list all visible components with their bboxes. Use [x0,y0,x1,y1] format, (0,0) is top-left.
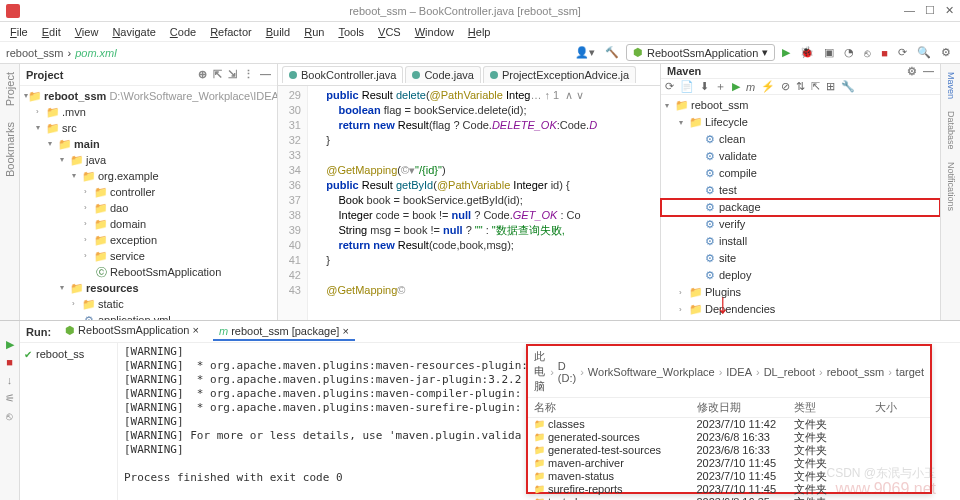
maven-item-clean[interactable]: ⚙clean [661,131,940,148]
explorer-crumb[interactable]: DL_reboot [764,366,815,378]
collapse-icon[interactable]: ⇲ [228,68,237,81]
add-icon[interactable]: ＋ [715,79,726,94]
breadcrumb-project[interactable]: reboot_ssm [6,47,63,59]
play-icon[interactable]: ▶ [732,80,740,93]
tree-item[interactable]: ›📁dao [20,200,277,216]
tree-item[interactable]: ›📁service [20,248,277,264]
reload-icon[interactable]: ⟳ [665,80,674,93]
toggle-m-icon[interactable]: m [746,81,755,93]
stop-icon[interactable]: ■ [878,47,891,59]
menu-edit[interactable]: Edit [36,24,67,40]
explorer-row[interactable]: 📁surefire-reports2023/7/10 11:45文件夹 [534,483,924,496]
hide-icon[interactable]: ― [260,68,271,81]
search-icon[interactable]: 🔍 [914,46,934,59]
maven-item-plugins[interactable]: ›📁Plugins [661,284,940,301]
collapse-all-icon[interactable]: ⇱ [811,80,820,93]
explorer-crumb[interactable]: reboot_ssm [827,366,884,378]
debug-icon[interactable]: 🐞 [797,46,817,59]
explorer-row[interactable]: 📁classes2023/7/10 11:42文件夹 [534,418,924,431]
attach-icon[interactable]: ⎋ [861,47,874,59]
menu-run[interactable]: Run [298,24,330,40]
menu-navigate[interactable]: Navigate [106,24,161,40]
explorer-row[interactable]: 📁maven-status2023/7/10 11:45文件夹 [534,470,924,483]
tree-item[interactable]: ▾📁src [20,120,277,136]
close-icon[interactable]: ✕ [945,4,954,17]
explorer-row[interactable]: 📁maven-archiver2023/7/10 11:45文件夹 [534,457,924,470]
maven-item-compile[interactable]: ⚙compile [661,165,940,182]
gear-icon[interactable]: ⚙ [907,65,917,78]
download-icon[interactable]: ⬇ [700,80,709,93]
tree-item[interactable]: ▾📁resources [20,280,277,296]
project-tree[interactable]: ▾📁reboot_ssm D:\WorkSoftware_Workplace\I… [20,86,277,320]
export-icon[interactable]: ⎋ [3,409,17,423]
run-config-selector[interactable]: ⬢ RebootSsmApplication ▾ [626,44,775,61]
maven-item-validate[interactable]: ⚙validate [661,148,940,165]
filter-icon[interactable]: ⚟ [3,391,17,405]
hammer-icon[interactable]: 🔨 [602,46,622,59]
menu-window[interactable]: Window [409,24,460,40]
editor-tab[interactable]: Code.java [405,66,481,83]
maven-item-verify[interactable]: ⚙verify [661,216,940,233]
skip-tests-icon[interactable]: ⊘ [781,80,790,93]
explorer-crumb[interactable]: 此电脑 [534,349,546,394]
menu-help[interactable]: Help [462,24,497,40]
explorer-crumb[interactable]: WorkSoftware_Workplace [588,366,715,378]
menu-view[interactable]: View [69,24,105,40]
gear-icon[interactable]: ⚙ [938,46,954,59]
tree-item[interactable]: ›📁.mvn [20,104,277,120]
tree-item[interactable]: ⚙application.yml [20,312,277,320]
explorer-crumb[interactable]: IDEA [726,366,752,378]
menu-tools[interactable]: Tools [332,24,370,40]
notifications-tab[interactable]: Notifications [946,158,956,215]
graph-icon[interactable]: ⊞ [826,80,835,93]
menu-vcs[interactable]: VCS [372,24,407,40]
menu-code[interactable]: Code [164,24,202,40]
expand-icon[interactable]: ⇱ [213,68,222,81]
explorer-row[interactable]: 📁generated-test-sources2023/6/8 16:33文件夹 [534,444,924,457]
run-tree[interactable]: ✔reboot_ss [20,343,118,500]
tree-item[interactable]: ▾📁reboot_ssm D:\WorkSoftware_Workplace\I… [20,88,277,104]
explorer-row[interactable]: 📁test-classes2023/6/8 16:35文件夹 [534,496,924,500]
maven-item-dependencies[interactable]: ›📁Dependencies [661,301,940,318]
database-tab[interactable]: Database [946,107,956,154]
maven-item-lifecycle[interactable]: ▾📁Lifecycle [661,114,940,131]
gear-icon[interactable]: ⋮ [243,68,254,81]
maven-item-test[interactable]: ⚙test [661,182,940,199]
explorer-row[interactable]: 📁generated-sources2023/6/8 16:33文件夹 [534,431,924,444]
coverage-icon[interactable]: ▣ [821,46,837,59]
menu-file[interactable]: File [4,24,34,40]
profile-icon[interactable]: ◔ [841,46,857,59]
editor-tab[interactable]: BookController.java [282,66,403,83]
down-icon[interactable]: ↓ [3,373,17,387]
maven-item-reboot_ssm[interactable]: ▾📁reboot_ssm [661,97,940,114]
code-editor[interactable]: public Result delete(@PathVariable Integ… [308,86,660,320]
editor-tab[interactable]: ProjectExceptionAdvice.ja [483,66,636,83]
explorer-breadcrumb[interactable]: 此电脑›D (D:)›WorkSoftware_Workplace›IDEA›D… [528,346,930,398]
tree-item[interactable]: ▾📁java [20,152,277,168]
select-opened-icon[interactable]: ⊕ [198,68,207,81]
maven-item-package[interactable]: ⚙package [661,199,940,216]
explorer-rows[interactable]: 📁classes2023/7/10 11:42文件夹📁generated-sou… [528,418,930,500]
maven-tab[interactable]: Maven [946,68,956,103]
maven-tree[interactable]: ▾📁reboot_ssm▾📁Lifecycle⚙clean⚙validate⚙c… [661,95,940,320]
tree-item[interactable]: ›📁exception [20,232,277,248]
menu-refactor[interactable]: Refactor [204,24,258,40]
user-icon[interactable]: 👤▾ [572,46,598,59]
project-tab[interactable]: Project [4,68,16,110]
tree-item[interactable]: ▾📁org.example [20,168,277,184]
run-tab-package[interactable]: m reboot_ssm [package] × [213,323,355,341]
hide-icon[interactable]: ― [923,65,934,78]
run-tab-app[interactable]: ⬢ RebootSsmApplication × [59,322,205,341]
tree-item[interactable]: ⓒRebootSsmApplication [20,264,277,280]
rerun-icon[interactable]: ▶ [3,337,17,351]
generate-icon[interactable]: 📄 [680,80,694,93]
explorer-crumb[interactable]: D (D:) [558,360,576,384]
wrench-icon[interactable]: 🔧 [841,80,855,93]
tree-item[interactable]: ›📁controller [20,184,277,200]
execute-icon[interactable]: ⚡ [761,80,775,93]
run-icon[interactable]: ▶ [779,46,793,59]
menu-build[interactable]: Build [260,24,296,40]
maven-item-site[interactable]: ⚙site [661,250,940,267]
explorer-crumb[interactable]: target [896,366,924,378]
tree-item[interactable]: ▾📁main [20,136,277,152]
